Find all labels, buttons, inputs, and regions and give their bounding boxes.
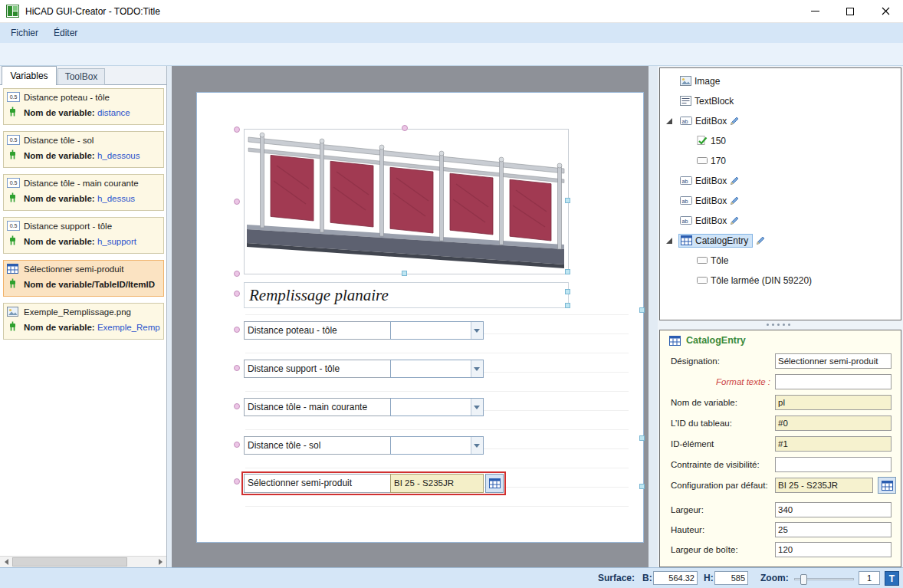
hauteur-field[interactable]: 25 — [775, 522, 892, 537]
dropdown-button[interactable] — [471, 437, 483, 454]
id-tableau-field[interactable]: #0 — [775, 416, 892, 431]
selection-handle[interactable] — [234, 126, 240, 133]
form-label-semi-produit[interactable]: Sélectionner semi-produit — [244, 474, 391, 493]
pencil-icon[interactable] — [756, 235, 766, 245]
form-dropdown-tole-main-courante[interactable] — [390, 398, 484, 416]
selection-handle[interactable] — [234, 291, 240, 297]
left-panel-horizontal-scrollbar[interactable] — [0, 556, 166, 567]
tree-item-label: TextBlock — [694, 96, 734, 107]
selection-handle[interactable] — [234, 271, 240, 277]
resize-handle[interactable] — [639, 435, 645, 441]
resize-handle[interactable] — [565, 303, 570, 308]
maximize-button[interactable] — [832, 0, 868, 22]
pencil-icon[interactable] — [730, 215, 740, 225]
railing-image-element[interactable] — [244, 129, 569, 274]
largeur-boite-field[interactable]: 120 — [775, 542, 892, 557]
form-label-support-tole[interactable]: Distance support - tôle — [244, 360, 391, 378]
tree-item-tole-larmee[interactable]: Tôle larmée (DIN 59220) — [663, 271, 816, 290]
form-label-poteau-tole[interactable]: Distance poteau - tôle — [244, 321, 391, 340]
zoom-slider[interactable] — [794, 575, 854, 586]
tree-item-catalogentry[interactable]: CatalogEntry — [663, 231, 766, 250]
textblock-element[interactable]: Remplissage planaire — [244, 282, 569, 308]
catalog-browse-button[interactable] — [485, 474, 504, 493]
largeur-field[interactable]: 340 — [775, 502, 892, 517]
dropdown-button[interactable] — [471, 360, 483, 377]
resize-handle[interactable] — [639, 307, 645, 313]
contrainte-field[interactable] — [775, 457, 892, 472]
configuration-field[interactable]: BI 25 - S235JR — [775, 478, 873, 493]
test-mode-button[interactable]: T — [885, 571, 899, 586]
resize-handle[interactable] — [565, 198, 570, 203]
variable-card-subtitle: Nom de variable: h_dessus — [24, 194, 135, 203]
svg-text:ab: ab — [682, 119, 688, 124]
value-box-icon — [697, 256, 708, 264]
variable-name-label: Nom de variable: — [24, 194, 95, 203]
variable-card-h-dessus[interactable]: 0.5 Distance tôle - main courante Nom de… — [3, 174, 164, 211]
expander-icon[interactable] — [663, 237, 675, 245]
form-dropdown-support-tole[interactable] — [390, 360, 484, 378]
close-button[interactable] — [868, 0, 903, 22]
tree-item-label: Tôle larmée (DIN 59220) — [711, 275, 812, 286]
selection-handle[interactable] — [234, 403, 240, 409]
zoom-slider-thumb[interactable] — [800, 574, 807, 585]
selection-handle[interactable] — [234, 442, 240, 448]
designation-field[interactable]: Sélectionner semi-produit — [775, 353, 892, 369]
nom-variable-field[interactable]: pl — [775, 395, 892, 410]
surface-b-field[interactable]: 564.32 — [653, 571, 698, 585]
form-dropdown-tole-sol[interactable] — [390, 436, 484, 455]
variable-card-image[interactable]: Exemple_Remplissage.png Nom de variable:… — [3, 303, 164, 340]
minimize-button[interactable] — [797, 0, 832, 22]
pencil-icon[interactable] — [730, 176, 740, 186]
left-splitter[interactable] — [166, 66, 172, 567]
resize-handle[interactable] — [565, 269, 570, 274]
surface-label: Surface: — [598, 573, 635, 583]
tree-item-170[interactable]: 170 — [663, 151, 730, 170]
tab-variables[interactable]: Variables — [2, 66, 57, 85]
selection-handle[interactable] — [234, 365, 240, 371]
variable-card-semi-produit[interactable]: Sélectionner semi-produit Nom de variabl… — [3, 260, 164, 297]
tree-item-editbox-4[interactable]: abEditBox — [663, 211, 744, 230]
zoom-value-field[interactable]: 1 — [859, 571, 880, 585]
dropdown-button[interactable] — [471, 322, 483, 339]
scroll-right-arrow[interactable] — [154, 557, 166, 567]
variable-card-distance[interactable]: 0.5 Distance poteau - tôle Nom de variab… — [3, 88, 164, 125]
tree-item-textblock[interactable]: TextBlock — [663, 91, 737, 110]
tree-item-image[interactable]: Image — [663, 71, 724, 90]
selection-handle[interactable] — [234, 478, 240, 485]
id-element-field[interactable]: #1 — [775, 436, 892, 452]
tree-item-tole[interactable]: Tôle — [663, 251, 732, 270]
tree-item-150[interactable]: 150 — [663, 131, 730, 150]
tree-item-editbox-2[interactable]: abEditBox — [663, 171, 744, 190]
tree-item-editbox-3[interactable]: abEditBox — [663, 191, 744, 210]
scrollbar-thumb[interactable] — [12, 557, 127, 567]
selection-handle[interactable] — [234, 327, 240, 333]
tree-item-editbox-1[interactable]: abEditBox — [663, 111, 744, 130]
selection-handle[interactable] — [402, 125, 408, 131]
splitter-grip[interactable] — [767, 324, 769, 326]
variable-card-subtitle: Nom de variable: distance — [24, 108, 130, 117]
configuration-catalog-button[interactable] — [878, 477, 896, 494]
variable-card-subtitle: Nom de variable/TableID/ItemID — [24, 280, 155, 289]
menu-editer[interactable]: Éditer — [46, 25, 85, 41]
pencil-icon[interactable] — [730, 116, 740, 126]
form-dropdown-poteau-tole[interactable] — [390, 321, 484, 340]
menu-fichier[interactable]: Fichier — [3, 25, 46, 41]
right-splitter[interactable] — [649, 66, 658, 567]
selection-handle[interactable] — [234, 199, 240, 205]
pencil-icon[interactable] — [730, 195, 740, 205]
resize-handle[interactable] — [402, 271, 407, 276]
format-texte-field[interactable] — [775, 374, 892, 389]
form-label-tole-sol[interactable]: Distance tôle - sol — [244, 436, 391, 455]
surface-h-field[interactable]: 585 — [714, 571, 748, 585]
form-label-tole-main-courante[interactable]: Distance tôle - main courante — [244, 398, 391, 416]
scroll-left-arrow[interactable] — [0, 557, 12, 567]
semi-produit-value-field[interactable]: BI 25 - S235JR — [390, 474, 484, 493]
tree-item-label: EditBox — [695, 176, 727, 186]
variable-card-h-support[interactable]: 0.5 Distance support - tôle Nom de varia… — [3, 217, 164, 254]
resize-handle[interactable] — [639, 484, 645, 489]
tab-toolbox[interactable]: ToolBox — [57, 68, 105, 85]
expander-icon[interactable] — [663, 117, 675, 125]
resize-handle[interactable] — [565, 289, 570, 294]
dropdown-button[interactable] — [471, 399, 483, 416]
variable-card-h-dessous[interactable]: 0.5 Distance tôle - sol Nom de variable:… — [3, 131, 164, 168]
